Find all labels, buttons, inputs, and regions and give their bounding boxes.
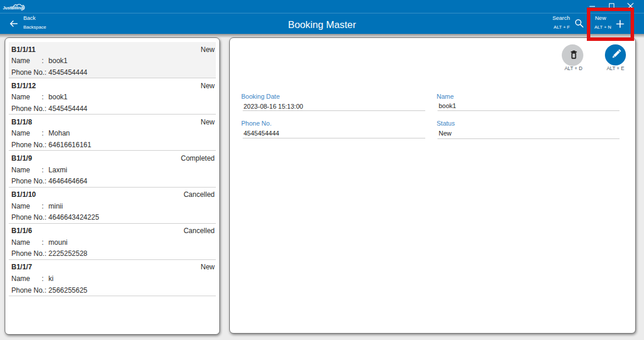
svg-text:JustBilling: JustBilling <box>3 6 23 11</box>
